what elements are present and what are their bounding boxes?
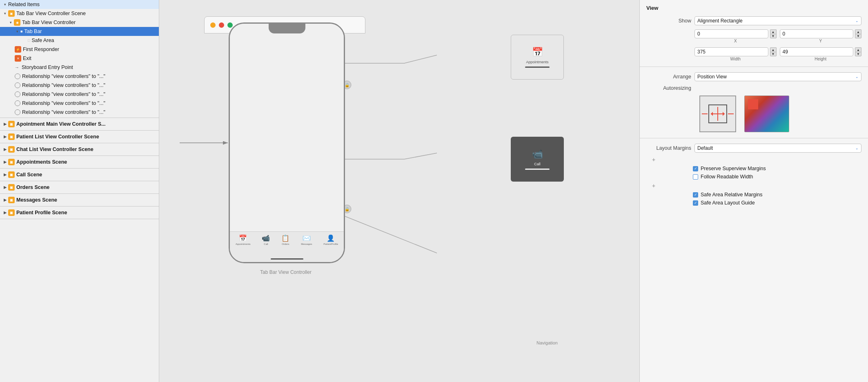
left-panel: ▾ Related Items ▾ ▣ Tab Bar View Control… [0, 0, 159, 382]
xy-row: 0 ▲ ▼ X 0 ▲ ▼ [640, 27, 868, 45]
checkbox-preserve-superview-label: Preserve Superview Margins [701, 166, 766, 171]
y-increment[interactable]: ▲ [855, 29, 861, 34]
arrange-row: Arrange Position View ⌄ [640, 70, 868, 83]
divider-2 [640, 138, 868, 138]
tab-appointments[interactable]: 📅 Appointments [236, 234, 251, 245]
height-increment[interactable]: ▲ [855, 47, 861, 52]
x-increment[interactable]: ▲ [770, 29, 777, 34]
sidebar-item-tabbar[interactable]: ▾ ■ Tab Bar [0, 27, 159, 36]
related-items-header[interactable]: ▾ Related Items [0, 0, 159, 9]
xy-pair: 0 ▲ ▼ X 0 ▲ ▼ [694, 29, 861, 43]
checkbox-row-2: Follow Readable Width [640, 173, 868, 181]
sidebar-item-safe-area[interactable]: □ Safe Area [0, 36, 159, 45]
checkbox-safe-area-margins[interactable] [693, 192, 698, 198]
sidebar-item-tabbar-scene[interactable]: ▾ ▣ Tab Bar View Controller Scene [0, 9, 159, 18]
traffic-light-red[interactable] [219, 22, 224, 28]
checkbox-row-4: Safe Area Layout Guide [640, 199, 868, 207]
width-input[interactable]: 375 [694, 47, 768, 56]
tab-orders-icon: 📋 [281, 234, 289, 242]
svg-line-6 [345, 216, 437, 253]
checkbox-safe-area-layout[interactable] [693, 200, 698, 206]
tab-call[interactable]: 📹 Call [262, 234, 270, 245]
y-decrement[interactable]: ▼ [855, 34, 861, 38]
layout-margins-select[interactable]: Default ⌄ [694, 144, 861, 153]
sidebar-item-orders[interactable]: ▶ ▣ Orders Scene [0, 182, 159, 193]
width-increment[interactable]: ▲ [770, 47, 777, 52]
width-stepper[interactable]: ▲ ▼ [770, 47, 777, 56]
width-label: Width [694, 57, 777, 61]
show-row: Show Alignment Rectangle ⌄ [640, 14, 868, 27]
appointments-underline [525, 67, 550, 68]
section-icon: ▣ [8, 184, 15, 191]
traffic-light-yellow[interactable] [210, 22, 216, 28]
x-stepper[interactable]: ▲ ▼ [770, 29, 777, 38]
scene-label: Tab Bar View Controller Scene [16, 11, 86, 16]
sidebar-item-relationship-3[interactable]: Relationship "view controllers" to "..." [0, 90, 159, 99]
sidebar-item-entry-point[interactable]: → Storyboard Entry Point [0, 63, 159, 72]
sidebar-item-relationship-2[interactable]: Relationship "view controllers" to "..." [0, 81, 159, 90]
sidebar-item-relationship-5[interactable]: Relationship "view controllers" to "..." [0, 108, 159, 117]
sidebar-item-chat-list[interactable]: ▶ ▣ Chat List View Controller Scene [0, 144, 159, 155]
tab-profile-label: PatientProfile [323, 243, 338, 245]
autoresizing-box[interactable] [699, 96, 736, 132]
sidebar-item-patient-profile[interactable]: ▶ ▣ Patient Profile Scene [0, 207, 159, 218]
appointments-card-icon: 📅 [532, 47, 543, 58]
y-value: 0 [783, 31, 786, 37]
phone-tab-bar: 📅 Appointments 📹 Call 📋 Orders ✉️ Messag… [230, 231, 344, 262]
chevron-down-icon: ⌄ [855, 19, 859, 23]
relationship-label-5: Relationship "view controllers" to "..." [22, 109, 105, 115]
section-label: Apointment Main View Controller S... [16, 121, 106, 127]
responder-icon: ⚡ [15, 46, 21, 53]
sidebar-item-relationship-1[interactable]: Relationship "view controllers" to "..." [0, 72, 159, 81]
home-indicator [271, 258, 303, 260]
tab-call-label: Call [264, 243, 268, 245]
x-input[interactable]: 0 [694, 29, 768, 38]
checkbox-safe-area-layout-label: Safe Area Layout Guide [701, 200, 755, 206]
arrange-select[interactable]: Position View ⌄ [694, 72, 861, 81]
tab-orders[interactable]: 📋 Orders [281, 234, 289, 245]
sidebar-item-apointment-main[interactable]: ▶ ▣ Apointment Main View Controller S... [0, 119, 159, 129]
tab-messages[interactable]: ✉️ Messages [301, 234, 312, 245]
canvas-panel: 🔒 🔒 📅 Appointments 📹 Call [159, 0, 639, 382]
x-decrement[interactable]: ▼ [770, 34, 777, 38]
sidebar-item-exit[interactable]: ✕ Exit [0, 54, 159, 63]
sidebar-item-call[interactable]: ▶ ▣ Call Scene [0, 169, 159, 180]
sidebar-item-first-responder[interactable]: ⚡ First Responder [0, 45, 159, 54]
sidebar-item-relationship-4[interactable]: Relationship "view controllers" to "..." [0, 99, 159, 108]
responder-label: First Responder [23, 47, 59, 52]
chevron-right-icon: ▶ [2, 134, 7, 139]
chevron-down-icon: ▾ [2, 11, 7, 16]
width-decrement[interactable]: ▼ [770, 52, 777, 56]
relationship-label-3: Relationship "view controllers" to "..." [22, 91, 105, 97]
height-group: 49 ▲ ▼ Height [780, 47, 862, 61]
sidebar-item-messages[interactable]: ▶ ▣ Messages Scene [0, 195, 159, 205]
layout-margins-label: Layout Margins [646, 145, 691, 151]
plus-icon[interactable]: + [646, 155, 661, 164]
x-value: 0 [697, 31, 700, 37]
height-decrement[interactable]: ▼ [855, 52, 861, 56]
svg-line-5 [404, 153, 437, 159]
section-icon: ▣ [8, 133, 15, 140]
svg-text:🔒: 🔒 [345, 82, 350, 88]
chevron-right-icon: ▶ [2, 210, 7, 215]
height-stepper[interactable]: ▲ ▼ [855, 47, 861, 56]
tab-messages-label: Messages [301, 243, 312, 245]
safearea-icon: □ [28, 38, 30, 42]
plus-icon-2[interactable]: + [646, 182, 661, 190]
checkbox-readable-width-label: Follow Readable Width [701, 174, 753, 180]
sidebar-item-appointments[interactable]: ▶ ▣ Appointments Scene [0, 157, 159, 167]
height-value: 49 [783, 49, 788, 55]
sidebar-item-tabbar-controller[interactable]: ▾ ◉ Tab Bar View Controller [0, 18, 159, 27]
height-input[interactable]: 49 [780, 47, 854, 56]
tab-profile[interactable]: 👤 PatientProfile [323, 234, 338, 245]
right-panel: View Show Alignment Rectangle ⌄ 0 ▲ ▼ [639, 0, 868, 382]
show-select[interactable]: Alignment Rectangle ⌄ [694, 16, 861, 25]
sidebar-item-patient-list[interactable]: ▶ ▣ Patient List View Controller Scene [0, 131, 159, 142]
resize-vertical-arrow [717, 107, 718, 121]
y-input[interactable]: 0 [780, 29, 854, 38]
checkbox-preserve-superview[interactable] [693, 166, 698, 171]
y-stepper[interactable]: ▲ ▼ [855, 29, 861, 38]
safearea-label: Safe Area [31, 38, 54, 43]
appointments-card-label: Appointments [526, 60, 548, 64]
checkbox-readable-width[interactable] [693, 174, 698, 180]
